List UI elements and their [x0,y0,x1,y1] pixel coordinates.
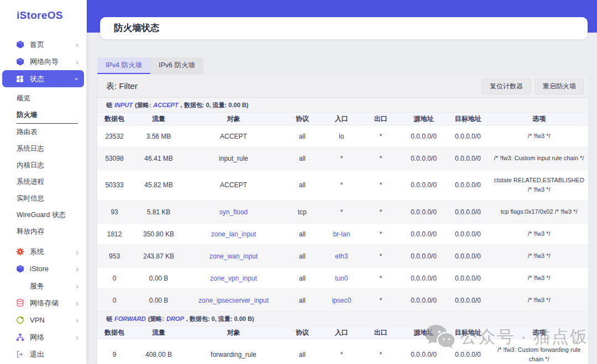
in-interface-value: lo [339,133,344,140]
input-table-header: 数据包流量对象协议入口出口源地址目标地址选项 [97,113,588,125]
target-value: forwarding_rule [211,351,256,358]
sidebar-item-services[interactable]: 服务 › [0,277,86,294]
sidebar-item-label: VPN [30,316,45,324]
target-cell: zone_lan_input [186,224,281,244]
logout-icon [15,350,24,359]
submenu-item[interactable]: 系统进程 [17,173,78,190]
cube-icon [15,40,24,49]
tab-ipv6-firewall[interactable]: IPv6 防火墙 [150,57,203,74]
protocol-cell: all [281,345,323,364]
target-value[interactable]: zone_ipsecserver_input [198,297,269,304]
sidebar-item-istore[interactable]: iStore › [0,260,86,277]
protocol-cell: all [281,224,323,244]
sidebar-nav: 首页 › 网络向导 › 状态 › 概览 防火墙 [0,36,86,363]
chain-name-link[interactable]: FORWARD [114,315,146,322]
source-cell: 0.0.0.0/0 [402,246,446,266]
traffic-cell: 0.00 B [132,268,186,288]
submenu-item[interactable]: WireGuard 状态 [17,207,78,223]
target-cell: syn_flood [186,202,281,222]
in-interface-value[interactable]: eth3 [335,252,348,260]
sidebar-item-label: 系统 [30,247,44,257]
submenu-item[interactable]: 系统日志 [17,140,78,157]
protocol-cell: tcp [281,202,323,222]
options-cell: /* !fw3 */ [490,223,588,245]
traffic-cell: 243.87 KB [132,246,186,266]
destination-cell: 0.0.0.0/0 [446,126,490,146]
page-title-card: 防火墙状态 [100,17,588,39]
protocol-cell: all [281,268,323,288]
submenu-item[interactable]: 内核日志 [17,157,78,173]
firewall-table-card: 表: Filter 复位计数器 重启防火墙 链 INPUT (策略: ACCEP… [97,75,588,364]
firewall-rule-row: 0 0.00 B zone_vpn_input all tun0 * 0.0.0… [97,267,588,289]
destination-cell: 0.0.0.0/0 [446,224,490,244]
sidebar-item-network[interactable]: 网络 › [0,329,86,346]
table-toolbar: 表: Filter 复位计数器 重启防火墙 [97,75,588,98]
protocol-cell: all [281,126,323,146]
submenu-item[interactable]: 概览 [17,90,78,107]
in-interface-cell: br-lan [323,224,360,244]
column-header: 出口 [360,322,401,344]
chevron-right-icon: › [76,58,78,66]
vpn-globe-icon [15,316,24,325]
target-value[interactable]: syn_flood [219,208,248,216]
sidebar-item-label: iStore [30,265,49,273]
chain-policy-link[interactable]: ACCEPT [153,102,178,108]
column-header: 流量 [132,322,186,344]
traffic-cell: 3.56 MB [132,126,186,146]
sidebar-item-network-wizard[interactable]: 网络向导 › [0,53,86,70]
traffic-cell: 46.41 MB [132,149,186,168]
chain-policy-link[interactable]: DROP [166,315,184,322]
sidebar-item-status[interactable]: 状态 › [2,70,84,87]
options-cell: ctstate RELATED,ESTABLISHED /* !fw3 */ [490,170,588,201]
sidebar-item-logout[interactable]: 退出 [0,346,86,363]
submenu-item[interactable]: 实时信息 [17,190,78,207]
in-interface-value: * [340,155,343,162]
sidebar-item-label: 网络存储 [30,298,59,308]
tab-ipv4-firewall[interactable]: IPv4 防火墙 [97,57,150,74]
target-value[interactable]: zone_wan_input [210,252,258,260]
in-interface-value: * [340,181,343,189]
out-interface-cell: * [360,345,401,364]
sidebar-item-home[interactable]: 首页 › [0,36,86,53]
sidebar-item-system[interactable]: 系统 › [0,243,86,260]
in-interface-cell: eth3 [323,246,360,266]
packets-cell: 0 [97,268,132,288]
in-interface-cell: lo [323,126,360,146]
target-cell: zone_vpn_input [186,268,281,288]
restart-firewall-button[interactable]: 重启防火墙 [535,78,584,94]
destination-cell: 0.0.0.0/0 [446,175,490,195]
in-interface-cell: * [323,175,360,195]
target-value[interactable]: zone_vpn_input [210,275,257,282]
destination-cell: 0.0.0.0/0 [446,202,490,222]
submenu-item[interactable]: 路由表 [17,124,78,140]
in-interface-value[interactable]: ipsec0 [332,297,351,304]
sidebar-item-label: 首页 [30,40,44,50]
options-cell: /* !fw3: Custom input rule chain */ [490,147,588,169]
chevron-right-icon: › [76,334,78,341]
submenu-item-label: 内核日志 [17,161,44,169]
reset-counters-button[interactable]: 复位计数器 [482,78,531,94]
submenu-item[interactable]: 释放内存 [17,223,78,240]
submenu-item-label: 释放内存 [17,228,44,235]
dashboard-icon [15,75,24,83]
options-cell: tcp flags:0x17/0x02 /* !fw3 */ [490,201,588,223]
sidebar-item-network-storage[interactable]: 网络存储 › [0,294,86,312]
in-interface-value[interactable]: tun0 [335,275,348,282]
submenu-item-label: 系统进程 [17,178,44,186]
sidebar-item-vpn[interactable]: VPN › [0,312,86,329]
chevron-right-icon: › [76,265,78,273]
chain-name-link[interactable]: INPUT [114,102,133,108]
submenu-item[interactable]: 防火墙 [17,107,78,124]
target-value: input_rule [219,155,248,162]
out-interface-cell: * [360,224,401,244]
firewall-rule-row: 93 5.81 KB syn_flood tcp * * 0.0.0.0/0 0… [97,201,588,223]
in-interface-value[interactable]: br-lan [333,230,350,238]
column-header: 协议 [281,322,323,344]
traffic-cell: 0.00 B [132,291,186,310]
source-cell: 0.0.0.0/0 [402,149,446,168]
target-cell: zone_ipsecserver_input [186,291,281,310]
target-value[interactable]: zone_lan_input [211,230,256,238]
traffic-cell: 5.81 KB [132,202,186,222]
submenu-item-label: 系统日志 [17,145,44,152]
in-interface-cell: * [323,202,360,222]
